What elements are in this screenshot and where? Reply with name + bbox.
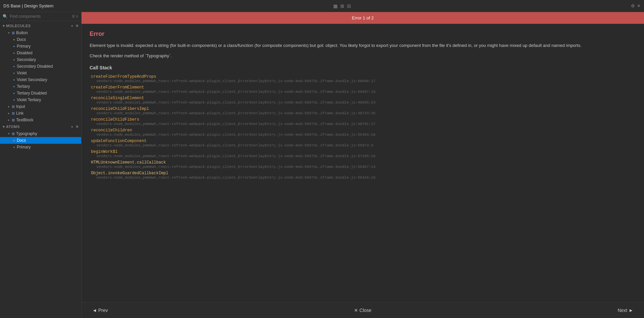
callstack-function[interactable]: beginWork$1	[90, 149, 636, 154]
molecules-label: ▾ MOLECULES	[3, 24, 31, 28]
grid-icon-3[interactable]: ⊟	[347, 3, 351, 9]
error-message: Element type is invalid: expected a stri…	[90, 42, 636, 49]
error-banner-text: Error 1 of 2	[352, 15, 374, 20]
typography-primary-icon: ▪	[13, 145, 15, 149]
bottom-nav: ◄ Prev ✕ Close Next ►	[82, 302, 644, 318]
sidebar-item-input[interactable]: ▸ ⊞ Input	[0, 103, 81, 110]
close-icon[interactable]: ✕	[637, 3, 641, 8]
molecules-close-icon[interactable]: ✕	[76, 24, 79, 28]
chevron-down-icon: ▾	[3, 24, 5, 28]
link-chevron-icon: ▸	[8, 112, 10, 115]
button-violet-tertiary-label: Violet Tertiary	[17, 98, 41, 102]
callstack-function[interactable]: HTMLUnknownElement.callCallback	[90, 160, 636, 165]
callstack-path: vendors-node_modules_pmmmwh_react-refres…	[90, 176, 636, 180]
atoms-chevron-icon: ▾	[3, 125, 5, 129]
typography-primary-label: Primary	[17, 145, 31, 149]
top-bar-icons: ▦ ⊞ ⊟	[333, 3, 351, 9]
sidebar-item-button-secondary-disabled[interactable]: ▪ Secondary Disabled	[0, 63, 81, 70]
button-chevron-icon: ▾	[8, 31, 10, 35]
error-banner: Error 1 of 2	[82, 12, 644, 24]
callstack-path: vendors-node_modules_pmmmwh_react-refres…	[90, 90, 636, 94]
button-primary-label: Primary	[17, 44, 31, 49]
sidebar-item-button-docs[interactable]: ▪ Docs	[0, 36, 81, 43]
sidebar-item-link[interactable]: ▸ ⊞ Link	[0, 110, 81, 117]
comp-icon: ▪	[13, 51, 15, 55]
sidebar-content: ▾ MOLECULES + ✕ ▾ ⊞ Button ▪ Docs ▪	[0, 21, 81, 318]
callstack-header: Call Stack	[90, 65, 636, 70]
callstack-function[interactable]: createFiberFromTypeAndProps	[90, 74, 636, 79]
search-shortcut: ⌘ K	[71, 14, 79, 19]
molecules-add-icon[interactable]: +	[71, 24, 73, 28]
input-label: Input	[16, 104, 25, 109]
callstack-function[interactable]: reconcileChildFibers	[90, 117, 636, 122]
sidebar-item-button-tertiary[interactable]: ▪ Tertiary	[0, 83, 81, 90]
callstack-item: updateFunctionComponentvendors-node_modu…	[90, 139, 636, 147]
top-bar-right: ⚙ ✕	[631, 3, 641, 8]
atoms-close-icon[interactable]: ✕	[76, 125, 79, 129]
sidebar-item-button-disabled[interactable]: ▪ Disabled	[0, 50, 81, 56]
callstack-function[interactable]: reconcileChildren	[90, 128, 636, 133]
molecules-actions: + ✕	[71, 24, 79, 28]
search-icon: 🔍	[3, 14, 8, 19]
molecules-section-header[interactable]: ▾ MOLECULES + ✕	[0, 22, 81, 29]
settings-icon[interactable]: ⚙	[631, 3, 635, 8]
button-docs-label: Docs	[17, 37, 26, 42]
textblock-chevron-icon: ▸	[8, 118, 10, 122]
input-chevron-icon: ▸	[8, 105, 10, 108]
button-disabled-label: Disabled	[17, 51, 33, 55]
callstack-list: createFiberFromTypeAndPropsvendors-node_…	[90, 74, 636, 180]
callstack-item: reconcileChildrenvendors-node_modules_pm…	[90, 128, 636, 137]
error-title: Error	[90, 30, 636, 38]
callstack-function[interactable]: reconcileChildFibersImpl	[90, 107, 636, 111]
sidebar-item-button-violet-secondary[interactable]: ▪ Violet Secondary	[0, 76, 81, 83]
prev-button[interactable]: ◄ Prev	[88, 305, 112, 316]
sidebar-item-button[interactable]: ▾ ⊞ Button	[0, 29, 81, 36]
sidebar-item-typography-docs[interactable]: ▪ Docs	[0, 137, 81, 144]
next-button[interactable]: Next ►	[613, 305, 637, 316]
sidebar-item-button-violet-tertiary[interactable]: ▪ Violet Tertiary	[0, 97, 81, 103]
sidebar-item-button-primary[interactable]: ▪ Primary	[0, 43, 81, 50]
callstack-function[interactable]: reconcileSingleElement	[90, 96, 636, 101]
callstack-function[interactable]: updateFunctionComponent	[90, 139, 636, 143]
callstack-function[interactable]: Object.invokeGuardedCallbackImpl	[90, 171, 636, 176]
callstack-path: vendors-node_modules_pmmmwh_react-refres…	[90, 165, 636, 169]
search-bar[interactable]: 🔍 ⌘ K	[0, 12, 81, 21]
atoms-section-header[interactable]: ▾ ATOMS + ✕	[0, 123, 81, 130]
comp-icon: ▪	[13, 58, 15, 62]
callstack-path: vendors-node_modules_pmmmwh_react-refres…	[90, 143, 636, 147]
typography-group-icon: ⊞	[12, 132, 15, 136]
prev-label: ◄ Prev	[92, 308, 108, 313]
callstack-item: reconcileChildFibersvendors-node_modules…	[90, 117, 636, 126]
button-tertiary-disabled-label: Tertiary Disabled	[17, 91, 47, 96]
typography-docs-label: Docs	[17, 138, 26, 143]
comp-icon: ▪	[13, 91, 15, 95]
search-input[interactable]	[10, 14, 69, 19]
callstack-path: vendors-node_modules_pmmmwh_react-refres…	[90, 154, 636, 158]
callstack-item: createFiberFromTypeAndPropsvendors-node_…	[90, 74, 636, 83]
callstack-path: vendors-node_modules_pmmmwh_react-refres…	[90, 133, 636, 137]
sidebar-item-button-violet[interactable]: ▪ Violet	[0, 70, 81, 76]
callstack-path: vendors-node_modules_pmmmwh_react-refres…	[90, 122, 636, 126]
close-button[interactable]: ✕ Close	[354, 308, 371, 313]
content-area: Error 1 of 2 Error Element type is inval…	[82, 12, 644, 318]
callstack-item: reconcileSingleElementvendors-node_modul…	[90, 96, 636, 105]
sidebar-item-button-secondary[interactable]: ▪ Secondary	[0, 56, 81, 63]
comp-icon: ▪	[13, 64, 15, 68]
sidebar-item-typography-primary[interactable]: ▪ Primary	[0, 144, 81, 150]
button-secondary-disabled-label: Secondary Disabled	[17, 64, 53, 69]
input-group-icon: ⊞	[12, 105, 15, 109]
atoms-add-icon[interactable]: +	[71, 125, 73, 129]
comp-icon: ▪	[13, 44, 15, 48]
sidebar-item-typography[interactable]: ▾ ⊞ Typography	[0, 130, 81, 137]
sidebar-item-button-tertiary-disabled[interactable]: ▪ Tertiary Disabled	[0, 90, 81, 97]
grid-icon-1[interactable]: ▦	[333, 3, 338, 9]
grid-icon-2[interactable]: ⊞	[340, 3, 344, 9]
textblock-group-icon: ⊞	[12, 118, 15, 122]
error-content: Error Element type is invalid: expected …	[82, 24, 644, 302]
callstack-item: beginWork$1vendors-node_modules_pmmmwh_r…	[90, 149, 636, 158]
callstack-path: vendors-node_modules_pmmmwh_react-refres…	[90, 111, 636, 115]
sidebar: 🔍 ⌘ K ▾ MOLECULES + ✕ ▾ ⊞ Button	[0, 12, 82, 318]
callstack-function[interactable]: createFiberFromElement	[90, 85, 636, 90]
sidebar-item-textblock[interactable]: ▸ ⊞ TextBlock	[0, 117, 81, 123]
callstack-path: vendors-node_modules_pmmmwh_react-refres…	[90, 101, 636, 105]
